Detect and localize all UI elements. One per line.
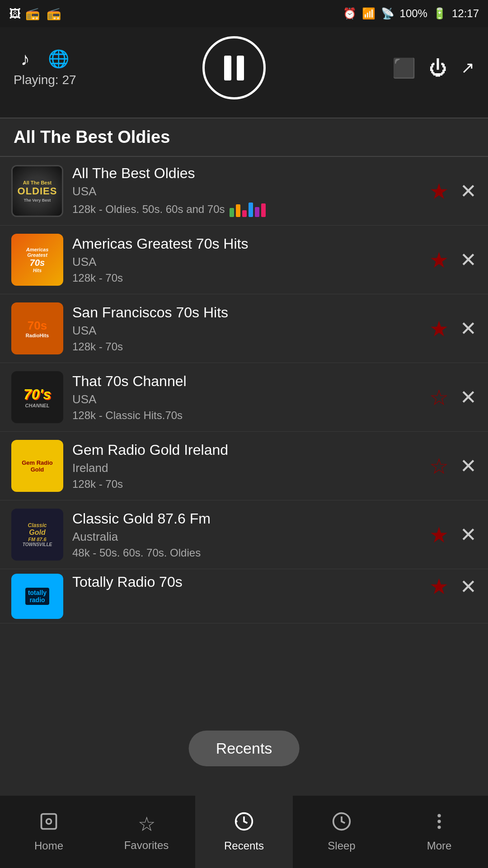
favorite-button[interactable]: ☆	[429, 453, 449, 479]
station-name: San Franciscos 70s Hits	[72, 304, 420, 321]
station-logo: 70s RadioHits	[11, 302, 63, 354]
station-name: Gem Radio Gold Ireland	[72, 442, 420, 458]
station-bitrate: 128k - 70s	[72, 478, 420, 491]
station-name: Americas Greatest 70s Hits	[72, 236, 420, 252]
station-actions: ★ ✕	[429, 574, 477, 599]
station-logo: Gem Radio Gold	[11, 440, 63, 492]
station-item[interactable]: 70s RadioHits San Franciscos 70s Hits US…	[0, 294, 488, 363]
player-header: ♪ 🌐 Playing: 27 ⬛ ⏻ ↗	[0, 27, 488, 118]
station-info: Classic Gold 87.6 Fm Australia 48k - 50s…	[63, 510, 429, 559]
nav-label-more: More	[427, 840, 452, 852]
favorite-button[interactable]: ★	[429, 179, 449, 204]
station-actions: ★ ✕	[429, 316, 477, 341]
station-country: USA	[72, 324, 420, 338]
station-actions: ★ ✕	[429, 247, 477, 273]
logo-inner: 70's CHANNEL	[11, 371, 63, 423]
share-icon[interactable]: ↗	[461, 58, 474, 77]
station-country: Ireland	[72, 461, 420, 475]
station-bitrate: 128k - 70s	[72, 272, 420, 284]
more-icon	[429, 811, 449, 836]
remove-button[interactable]: ✕	[460, 454, 477, 477]
station-info: Americas Greatest 70s Hits USA 128k - 70…	[63, 236, 429, 284]
stop-icon[interactable]: ⬛	[392, 57, 416, 79]
eq-bar	[255, 207, 259, 217]
alarm-icon: ⏰	[343, 7, 357, 20]
battery-icon: 🔋	[433, 7, 446, 20]
clock: 12:17	[452, 7, 479, 20]
station-country: USA	[72, 392, 420, 406]
station-logo: totallyradio	[11, 574, 63, 619]
station-item[interactable]: Gem Radio Gold Gem Radio Gold Ireland Ir…	[0, 432, 488, 500]
notification-count: 📻	[47, 7, 61, 21]
sleep-icon	[332, 811, 352, 836]
remove-button[interactable]: ✕	[460, 248, 477, 271]
favorite-button[interactable]: ★	[429, 522, 449, 547]
favorite-button[interactable]: ★	[429, 316, 449, 341]
station-bitrate: 128k - Oldies. 50s. 60s and 70s	[72, 201, 420, 217]
station-info: That 70s Channel USA 128k - Classic Hits…	[63, 373, 429, 422]
battery-text: 100%	[400, 7, 427, 20]
wifi-icon: 📶	[362, 7, 375, 20]
nav-item-favorites[interactable]: ☆ Favorites	[98, 796, 195, 868]
remove-button[interactable]: ✕	[460, 523, 477, 546]
nav-item-sleep[interactable]: Sleep	[293, 796, 390, 868]
logo-inner: totallyradio	[11, 574, 63, 619]
remove-button[interactable]: ✕	[460, 575, 477, 598]
nav-label-home: Home	[34, 840, 63, 852]
eq-bar	[236, 204, 240, 217]
station-name: All The Best Oldies	[72, 165, 420, 182]
station-name: That 70s Channel	[72, 373, 420, 390]
pause-button[interactable]	[202, 36, 266, 99]
nav-item-home[interactable]: Home	[0, 796, 98, 868]
remove-button[interactable]: ✕	[460, 179, 477, 203]
station-item[interactable]: All The Best OLDIES The Very Best All Th…	[0, 157, 488, 226]
station-logo: All The Best OLDIES The Very Best	[11, 165, 63, 217]
logo-inner: All The Best OLDIES The Very Best	[13, 166, 62, 216]
pause-icon	[224, 56, 244, 80]
nav-item-more[interactable]: More	[390, 796, 488, 868]
station-logo: Americas Greatest 70s Hits	[11, 234, 63, 286]
status-left: 🖼 📻 📻	[9, 7, 61, 21]
player-right-controls: ⬛ ⏻ ↗	[392, 57, 474, 79]
player-left-controls: ♪ 🌐 Playing: 27	[14, 49, 76, 87]
favorite-button[interactable]: ☆	[429, 385, 449, 410]
logo-inner: Classic Gold FM 87.6 TOWNSVILLE	[11, 509, 63, 561]
radio-app-icon: 📻	[25, 7, 40, 21]
favorite-button[interactable]: ★	[429, 574, 449, 599]
player-controls-row: ♪ 🌐 Playing: 27 ⬛ ⏻ ↗	[14, 36, 474, 99]
svg-point-5	[437, 820, 441, 823]
station-info: Totally Radio 70s	[63, 574, 429, 593]
station-country: Australia	[72, 530, 420, 544]
recents-icon	[234, 811, 254, 836]
section-title: All The Best Oldies	[0, 118, 488, 156]
svg-point-6	[437, 826, 441, 829]
pause-bar-left	[224, 56, 231, 80]
remove-button[interactable]: ✕	[460, 386, 477, 409]
station-actions: ☆ ✕	[429, 453, 477, 479]
svg-rect-0	[42, 814, 56, 829]
favorites-icon: ☆	[138, 812, 155, 835]
power-icon[interactable]: ⏻	[429, 58, 447, 78]
favorite-button[interactable]: ★	[429, 247, 449, 273]
station-actions: ☆ ✕	[429, 385, 477, 410]
music-note-icon[interactable]: ♪	[21, 49, 30, 69]
recents-tooltip: Recents	[189, 731, 300, 766]
station-actions: ★ ✕	[429, 179, 477, 204]
playing-text: Playing: 27	[14, 73, 76, 87]
station-item[interactable]: Classic Gold FM 87.6 TOWNSVILLE Classic …	[0, 500, 488, 569]
station-item[interactable]: Americas Greatest 70s Hits Americas Grea…	[0, 226, 488, 294]
station-country: USA	[72, 255, 420, 269]
station-bitrate: 128k - Classic Hits.70s	[72, 409, 420, 422]
nav-label-recents: Recents	[224, 840, 264, 852]
globe-icon[interactable]: 🌐	[48, 49, 69, 69]
eq-bars	[230, 201, 266, 217]
station-item[interactable]: totallyradio Totally Radio 70s ★ ✕	[0, 569, 488, 623]
nav-label-favorites: Favorites	[124, 839, 169, 852]
remove-button[interactable]: ✕	[460, 317, 477, 340]
status-right: ⏰ 📶 📡 100% 🔋 12:17	[343, 7, 479, 20]
station-item[interactable]: 70's CHANNEL That 70s Channel USA 128k -…	[0, 363, 488, 432]
nav-item-recents[interactable]: Recents	[195, 796, 293, 868]
eq-bar	[249, 203, 253, 217]
eq-bar	[230, 208, 234, 217]
eq-bar	[261, 203, 266, 217]
